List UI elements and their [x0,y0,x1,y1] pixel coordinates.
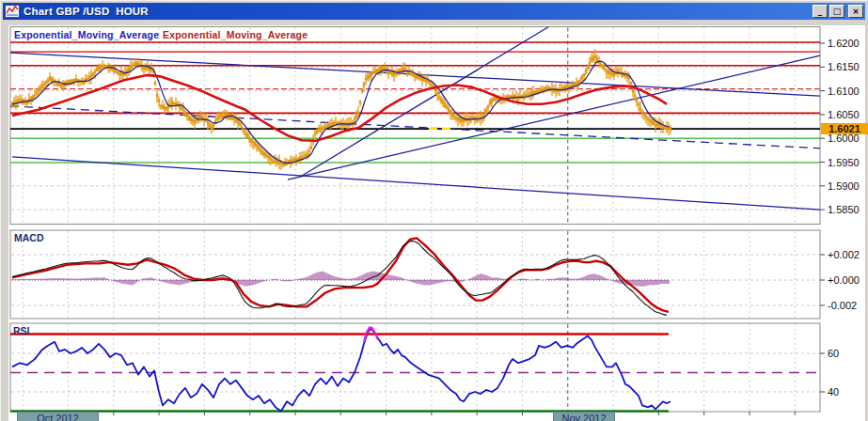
maximize-button[interactable]: □ [829,5,844,18]
title-bar[interactable]: Chart GBP /USD HOUR _ □ × [3,3,865,20]
close-button[interactable]: × [848,5,863,18]
chart-client-area: Exponential_Moving_Average Exponential_M… [1,1,868,421]
window-controls: _ □ × [813,5,863,18]
window-title: Chart GBP /USD HOUR [24,6,149,17]
chart-canvas [1,1,868,421]
chart-app-icon [5,5,20,18]
minimize-button[interactable]: _ [813,5,828,18]
app-window: Exponential_Moving_Average Exponential_M… [0,0,868,421]
